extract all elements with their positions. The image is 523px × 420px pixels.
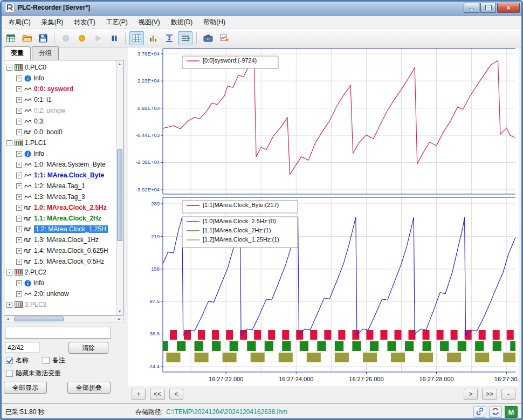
column-view-button[interactable] [146,31,160,45]
collapse-toggle-icon[interactable]: - [6,65,12,71]
expand-toggle-icon[interactable]: + [16,259,22,265]
tree-item[interactable]: +1:3: MArea.Tag_3 [4,191,116,202]
tab-groups[interactable]: 分组 [32,46,59,60]
record-table-button[interactable] [3,31,18,45]
checkbox-hide-inactive[interactable]: 隐藏未激活变量 [6,369,61,378]
checkbox-name[interactable]: 名称 [6,356,29,365]
tree-item[interactable]: +0.0: bool0 [4,127,116,137]
tree-item[interactable]: +3.PLC3 [4,299,116,310]
remove-curve-button[interactable]: - [501,389,515,400]
tree-item[interactable]: +2:0: unknow [4,288,116,299]
tree-item-label[interactable]: 1:2: MArea.Tag_1 [34,182,85,190]
tree-item[interactable]: -0.PLC0 [4,62,116,73]
expand-toggle-icon[interactable]: + [16,86,22,92]
clear-button[interactable]: 清除 [68,342,108,354]
collapse-all-button[interactable]: 全部折叠 [67,382,111,394]
scroll-left-icon[interactable]: ◄ [4,316,11,322]
page-back-button[interactable]: << [150,389,165,400]
expand-toggle-icon[interactable]: + [16,194,22,200]
expand-toggle-icon[interactable]: + [16,173,22,178]
expand-toggle-icon[interactable]: + [6,302,12,308]
tree-item[interactable]: +1.2: MArea.Clock_1.25H [4,224,116,235]
hscroll-thumb[interactable] [14,316,64,321]
tree-item-label[interactable]: 1:1: MArea.Clock_Byte [34,171,104,179]
link-button[interactable] [473,406,486,418]
export-curve-button[interactable] [217,31,231,45]
tree-item-label[interactable]: 1:0: MArea.System_Byte [34,161,106,168]
vscroll-thumb[interactable] [117,149,122,241]
tree-item[interactable]: +1.4: MArea.Clock_0.625H [4,245,116,256]
tree-item[interactable]: +1:1: MArea.Clock_Byte [4,170,116,181]
tree-item[interactable]: +iInfo [4,148,116,159]
tree-hscrollbar[interactable]: ◄ ► [4,315,123,322]
tree-item[interactable]: +1.3: MArea.Clock_1Hz [4,235,116,245]
menu-item-process[interactable]: 工艺(P) [101,16,133,29]
expand-toggle-icon[interactable]: + [16,108,22,114]
step-forward-button[interactable]: > [464,389,478,400]
tree-item[interactable]: +0:0: sysword [4,84,116,94]
tree-item-label[interactable]: 1.1: MArea.Clock_2Hz [34,215,101,222]
expand-toggle-icon[interactable]: + [16,237,22,243]
top-chart[interactable]: 3.76E+042.23E+046.92E+03-8.44E+03-2.38E+… [128,47,519,196]
tree-item[interactable]: +0:3: [4,116,116,127]
grid-view-button[interactable] [129,31,144,45]
collapse-toggle-icon[interactable]: - [6,270,12,276]
expand-toggle-icon[interactable]: + [16,280,22,286]
add-curve-button[interactable]: + [132,389,146,400]
tree-item-label[interactable]: 1.0: MArea.Clock_2.5Hz [34,204,107,211]
title-bar[interactable]: PLC-Recorder [Server*] × [0,0,523,16]
snapshot-button[interactable] [201,31,215,45]
expand-toggle-icon[interactable]: + [16,216,22,222]
menu-item-capture[interactable]: 采集(R) [36,16,69,29]
maximize-button[interactable] [480,3,496,13]
expand-toggle-icon[interactable]: + [16,226,22,232]
show-all-button[interactable]: 全部显示 [4,382,47,394]
checkbox-name-box[interactable] [6,357,13,364]
tree-item-label[interactable]: 1.2: MArea.Clock_1.25H [34,225,108,233]
checkbox-remark[interactable]: 备注 [43,356,65,365]
tree-item[interactable]: +iInfo [4,278,116,288]
bottom-chart[interactable]: 28021915897.536.6-24.416:27:22.00016:27:… [128,196,519,386]
tree-item-label[interactable]: 0:3: [34,118,45,125]
m-mode-button[interactable]: M [505,406,518,418]
replay-play-button[interactable] [91,31,105,45]
expand-toggle-icon[interactable]: + [16,291,22,297]
tree-item-label[interactable]: 2.PLC2 [25,268,46,276]
expand-toggle-icon[interactable]: + [16,205,22,211]
tree-item-label[interactable]: 2:0: unknow [34,290,69,298]
tree-item-label[interactable]: 1.3: MArea.Clock_1Hz [34,236,99,244]
tree-vscrollbar[interactable]: ▲ ▼ [116,60,123,315]
expand-toggle-icon[interactable]: + [16,183,22,189]
expand-toggle-icon[interactable]: + [16,119,22,125]
sync-button[interactable] [489,406,502,418]
menu-item-help[interactable]: 帮助(H) [198,16,231,29]
save-button[interactable] [36,31,50,45]
tree-item-label[interactable]: 0:1: i1 [34,96,52,104]
scroll-right-icon[interactable]: ► [116,316,123,322]
replay-pause-button[interactable] [107,31,121,45]
fit-horizontal-button[interactable] [178,31,192,45]
expand-toggle-icon[interactable]: + [16,151,22,157]
page-forward-button[interactable]: >> [482,389,497,400]
tree-item[interactable]: -1.PLC1 [4,137,116,148]
record-stop-button[interactable] [74,31,89,45]
scroll-up-icon[interactable]: ▲ [116,60,123,67]
minimize-button[interactable] [464,3,479,13]
checkbox-remark-box[interactable] [43,357,50,364]
tree-item[interactable]: +1:0: MArea.System_Byte [4,159,116,170]
tree-item[interactable]: +iInfo [4,73,116,84]
tree-item-label[interactable]: 0:2: uknow [34,107,65,114]
menu-item-layout[interactable]: 布局(C) [3,16,36,29]
menu-item-data[interactable]: 数据(D) [166,16,198,29]
tree-item-label[interactable]: Info [33,279,44,287]
menu-item-forward[interactable]: 转发(T) [68,16,100,29]
open-file-button[interactable] [19,31,34,45]
tree-item-label[interactable]: Info [33,74,44,82]
fit-vertical-button[interactable] [162,31,176,45]
close-button[interactable]: × [497,3,520,13]
tree-item-label[interactable]: 1:3: MArea.Tag_3 [34,193,85,201]
step-back-button[interactable]: < [169,389,183,400]
expand-toggle-icon[interactable]: + [16,75,22,81]
tree-item[interactable]: +0:2: uknow [4,105,116,116]
tree-item-label[interactable]: 1.PLC1 [25,139,46,147]
